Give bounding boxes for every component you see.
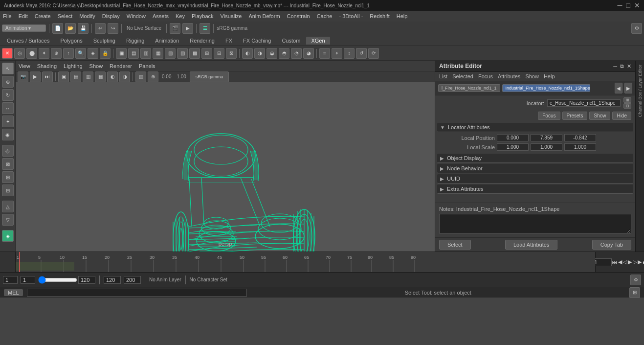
viewport[interactable]: View Shading Lighting Show Renderer Pane… bbox=[16, 61, 435, 252]
viewport-menu-shading[interactable]: Shading bbox=[37, 63, 57, 69]
render-btn[interactable]: 🎬 bbox=[170, 23, 180, 34]
tool14[interactable]: ▩ bbox=[189, 48, 200, 59]
viewport-menu-lighting[interactable]: Lighting bbox=[64, 63, 83, 69]
local-pos-z[interactable] bbox=[564, 134, 596, 141]
mode-dropdown[interactable]: Animation ▾ bbox=[2, 24, 46, 32]
extra-attrs-section[interactable]: ▶ Extra Attributes bbox=[437, 184, 633, 194]
attr-nav-selected[interactable]: Selected bbox=[452, 73, 473, 79]
tool22[interactable]: ◔ bbox=[291, 48, 302, 59]
anim-prefs-btn[interactable]: ⚙ bbox=[630, 275, 641, 285]
tab-curves-surfaces[interactable]: Curves / Surfaces bbox=[2, 37, 54, 45]
menu-3dtoall[interactable]: - 3DtoAll - bbox=[339, 13, 363, 19]
hide-btn[interactable]: Hide bbox=[612, 112, 631, 120]
locator-attrs-section[interactable]: ▼ Locator Attributes bbox=[437, 123, 633, 132]
show-manipulator-btn[interactable]: ☰ bbox=[200, 23, 210, 34]
menu-playback[interactable]: Playback bbox=[192, 13, 214, 19]
copy-tab-btn[interactable]: Copy Tab bbox=[592, 240, 631, 250]
vp-colorspace[interactable]: sRGB gamma bbox=[190, 71, 229, 82]
mel-input[interactable] bbox=[27, 289, 247, 297]
range-end-input[interactable] bbox=[78, 276, 95, 284]
tool4[interactable]: ↑ bbox=[63, 48, 74, 59]
tool9[interactable]: ▤ bbox=[128, 48, 139, 59]
new-scene-btn[interactable]: 📄 bbox=[52, 23, 63, 34]
menu-display[interactable]: Display bbox=[102, 13, 120, 19]
next-key-btn[interactable]: ▷ bbox=[633, 259, 637, 265]
uuid-section[interactable]: ▶ UUID bbox=[437, 174, 633, 184]
lasso-tool[interactable]: ⊠ bbox=[2, 158, 14, 170]
menu-cache[interactable]: Cache bbox=[317, 13, 333, 19]
tool26[interactable]: ↕ bbox=[344, 48, 355, 59]
menu-key[interactable]: Key bbox=[176, 13, 185, 19]
node-behavior-section[interactable]: ▶ Node Behavior bbox=[437, 164, 633, 173]
local-scale-y[interactable] bbox=[531, 143, 562, 151]
vp-shad2[interactable]: ◑ bbox=[119, 71, 130, 82]
menu-constrain[interactable]: Constrain bbox=[287, 13, 310, 19]
snap-edge[interactable]: ⊟ bbox=[2, 184, 14, 196]
attr-nav-help[interactable]: Help bbox=[544, 73, 555, 79]
play-btn[interactable]: ▶ bbox=[628, 259, 632, 265]
tool11[interactable]: ▦ bbox=[153, 48, 163, 59]
vp-solid[interactable]: ▤ bbox=[70, 71, 81, 82]
tab-rigging[interactable]: Rigging bbox=[121, 37, 149, 45]
tool21[interactable]: ◓ bbox=[279, 48, 289, 59]
menu-select[interactable]: Select bbox=[58, 13, 73, 19]
snap-grid[interactable]: ⊞ bbox=[2, 171, 14, 183]
menu-visualize[interactable]: Visualize bbox=[221, 13, 242, 19]
channel-box-tab[interactable]: Channel Box / Layer Editor bbox=[637, 61, 644, 121]
attr-close-btn[interactable]: ✕ bbox=[627, 63, 631, 69]
locator-expand-btn[interactable]: ⊞ bbox=[623, 97, 631, 103]
viewport-menu-panels[interactable]: Panels bbox=[139, 63, 155, 69]
tool23[interactable]: ◕ bbox=[303, 48, 314, 59]
prev-key-btn[interactable]: ◁ bbox=[623, 259, 627, 265]
max-frame-input[interactable] bbox=[124, 276, 141, 284]
arrow-tool[interactable]: ↖ bbox=[2, 63, 14, 74]
go-start-btn[interactable]: ⏮ bbox=[612, 259, 617, 265]
tool-x1[interactable]: △ bbox=[2, 201, 14, 212]
vp-light[interactable]: ▥ bbox=[83, 71, 93, 82]
minimize-btn[interactable]: ─ bbox=[618, 1, 622, 9]
attr-minimize-btn[interactable]: ─ bbox=[613, 63, 617, 69]
menu-modify[interactable]: Modify bbox=[79, 13, 95, 19]
maximize-btn[interactable]: □ bbox=[626, 1, 630, 9]
tool28[interactable]: ⟳ bbox=[368, 48, 379, 59]
tool6[interactable]: ◈ bbox=[88, 48, 98, 59]
rotate-tool[interactable]: ↻ bbox=[2, 89, 14, 101]
menu-animdeform[interactable]: Anim Deform bbox=[248, 13, 280, 19]
local-pos-x[interactable] bbox=[497, 134, 529, 141]
menu-window[interactable]: Window bbox=[127, 13, 146, 19]
undo-btn[interactable]: ↩ bbox=[95, 23, 106, 34]
tool18[interactable]: ◐ bbox=[242, 48, 253, 59]
locator-collapse-btn[interactable]: ⊟ bbox=[623, 103, 631, 109]
tool3[interactable]: ⊕ bbox=[51, 48, 62, 59]
local-pos-y[interactable] bbox=[531, 134, 562, 141]
node-tab-2[interactable]: Industrial_Fire_Hose_Nozzle_ncl1_1Shape bbox=[502, 84, 590, 92]
menu-create[interactable]: Create bbox=[35, 13, 51, 19]
tool20[interactable]: ◒ bbox=[266, 48, 277, 59]
tool8[interactable]: ▣ bbox=[116, 48, 127, 59]
tool10[interactable]: ▥ bbox=[140, 48, 151, 59]
attr-nav-attributes[interactable]: Attributes bbox=[498, 73, 520, 79]
attr-nav-show[interactable]: Show bbox=[525, 73, 539, 79]
settings-btn[interactable]: ⚙ bbox=[631, 23, 642, 34]
object-display-section[interactable]: ▶ Object Display bbox=[437, 154, 633, 163]
tool-x3[interactable]: ◈ bbox=[2, 230, 14, 242]
tab-xgen[interactable]: XGen bbox=[306, 37, 330, 45]
menu-redshift[interactable]: Redshift bbox=[370, 13, 389, 19]
menu-help[interactable]: Help bbox=[397, 13, 408, 19]
redo-btn[interactable]: ↪ bbox=[108, 23, 118, 34]
viewport-canvas[interactable]: persp bbox=[16, 82, 435, 252]
tool15[interactable]: ⊞ bbox=[201, 48, 212, 59]
local-scale-x[interactable] bbox=[497, 143, 529, 151]
tool5[interactable]: 🔍 bbox=[75, 48, 86, 59]
tab-custom[interactable]: Custom bbox=[277, 37, 306, 45]
next-frame-btn[interactable]: ▶ bbox=[638, 259, 642, 265]
tool17[interactable]: ⊠ bbox=[226, 48, 237, 59]
load-attrs-btn[interactable]: Load Attributes bbox=[505, 240, 557, 250]
timeline-slider[interactable] bbox=[38, 276, 77, 284]
menu-file[interactable]: File bbox=[3, 13, 12, 19]
close-btn[interactable]: ✕ bbox=[634, 1, 640, 9]
menu-edit[interactable]: Edit bbox=[19, 13, 28, 19]
move-tool-btn[interactable]: ✦ bbox=[39, 48, 49, 59]
ipr-btn[interactable]: ▶ bbox=[182, 23, 193, 34]
tool16[interactable]: ⊟ bbox=[214, 48, 224, 59]
